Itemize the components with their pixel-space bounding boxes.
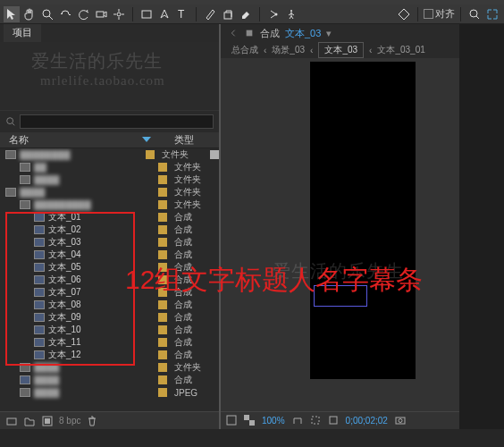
svg-point-3 [117,13,121,16]
tree-row[interactable]: ████文件夹 [0,173,219,186]
crumb-scene[interactable]: 场景_03 [272,44,305,56]
crumb-child[interactable]: 文本_03_01 [377,44,424,56]
item-label: 文本_09 [48,311,155,324]
tree-row[interactable]: ████████文件夹 [0,148,219,161]
label-color[interactable] [158,238,167,247]
tree-row[interactable]: █████████文件夹 [0,198,219,211]
label-color[interactable] [158,263,167,272]
label-color[interactable] [158,200,167,209]
folder-icon [5,150,16,159]
rectangle-tool-icon[interactable] [139,6,155,22]
tree-row[interactable]: 文本_05合成 [0,261,219,274]
tree-row[interactable]: 文本_01合成 [0,211,219,224]
label-color[interactable] [158,363,167,372]
align-toggle[interactable]: 对齐 [424,7,455,21]
label-color[interactable] [158,288,167,297]
tree-row[interactable]: 文本_11合成 [0,336,219,349]
item-type: 文件夹 [174,186,219,198]
zoom-tool-icon[interactable] [39,6,55,22]
tree-row[interactable]: 文本_02合成 [0,224,219,236]
pen-tool-icon[interactable] [156,6,172,22]
tree-row[interactable]: 文本_10合成 [0,324,219,336]
expand-icon[interactable] [484,6,500,22]
project-tab[interactable]: 项目 [4,24,41,42]
rotate-tool-icon[interactable] [75,6,91,22]
label-color[interactable] [158,188,167,197]
tree-row[interactable]: 文本_12合成 [0,349,219,361]
crumb-root[interactable]: 总合成 [231,44,258,56]
label-color[interactable] [158,163,167,172]
pan-behind-tool-icon[interactable] [111,6,127,22]
label-color[interactable] [158,213,167,222]
current-time[interactable]: 0;00;02;02 [346,416,388,426]
selection-tool-icon[interactable] [4,6,20,22]
label-color[interactable] [158,375,167,384]
tree-row[interactable]: 文本_06合成 [0,274,219,286]
tree-row[interactable]: ██文件夹 [0,161,219,173]
label-color[interactable] [158,325,167,334]
label-color[interactable] [158,350,167,359]
folder-icon [20,175,30,184]
new-folder-icon[interactable] [23,415,36,427]
comp-icon [34,300,45,309]
comp-icon [34,225,45,234]
tree-row[interactable]: ████文件夹 [0,186,219,198]
new-comp-icon[interactable] [41,415,54,427]
camera-tool-icon[interactable] [93,6,109,22]
trash-icon[interactable] [86,415,98,427]
tree-row[interactable]: 文本_03合成 [0,236,219,249]
composition-canvas[interactable] [310,62,416,379]
brush-tool-icon[interactable] [202,6,218,22]
search-help-icon[interactable] [466,6,483,22]
col-type-header[interactable]: 类型 [174,133,219,147]
tree-row[interactable]: 文本_09合成 [0,311,219,324]
item-label: 文本_02 [48,224,155,236]
viewer-layer-icon[interactable] [244,28,255,38]
label-color[interactable] [158,388,167,397]
project-tree[interactable]: ████████文件夹██文件夹████文件夹████文件夹█████████文… [0,148,219,411]
tree-row[interactable]: ████文件夹 [0,361,219,374]
label-color[interactable] [158,275,167,284]
label-color[interactable] [158,175,167,184]
label-color[interactable] [158,250,167,259]
tree-row[interactable]: 文本_08合成 [0,299,219,311]
item-label: █████████ [34,200,155,210]
col-name-header[interactable]: 名称 [9,133,137,147]
clone-tool-icon[interactable] [220,6,236,22]
snap-icon[interactable] [396,6,412,22]
item-type: 合成 [174,249,219,261]
label-color[interactable] [146,150,155,159]
hand-tool-icon[interactable] [21,6,38,22]
label-col-icon[interactable] [156,134,169,147]
snapshot-icon[interactable] [395,415,406,427]
tree-row[interactable]: 文本_07合成 [0,286,219,299]
roi-icon[interactable] [310,415,321,427]
roto-tool-icon[interactable] [265,6,281,22]
label-color[interactable] [158,313,167,322]
resolution-icon[interactable] [292,415,303,427]
item-label: 文本_10 [48,324,155,336]
mask-icon[interactable] [226,415,237,427]
label-color[interactable] [158,338,167,347]
crumb-current[interactable]: 文本_03 [318,42,364,58]
viewer-comp-name[interactable]: 文本_03 [285,27,321,40]
viewer-back-icon[interactable] [228,28,239,38]
sort-icon[interactable] [142,137,151,144]
tree-row[interactable]: 文本_04合成 [0,249,219,261]
svg-point-0 [43,10,50,17]
text-tool-icon[interactable]: T [174,6,190,22]
search-input[interactable] [20,114,214,129]
channel-icon[interactable] [328,415,339,427]
tree-row[interactable]: ████JPEG [0,386,219,399]
orbit-tool-icon[interactable] [57,6,73,22]
tree-row[interactable]: ████合成 [0,374,219,386]
selected-layer-outline[interactable] [314,285,367,307]
label-color[interactable] [158,300,167,309]
bpc-label[interactable]: 8 bpc [59,416,80,426]
transparency-icon[interactable] [244,415,255,427]
zoom-value[interactable]: 100% [262,416,285,426]
interpret-icon[interactable] [5,415,18,427]
label-color[interactable] [158,225,167,234]
puppet-tool-icon[interactable] [283,6,299,22]
eraser-tool-icon[interactable] [238,6,254,22]
